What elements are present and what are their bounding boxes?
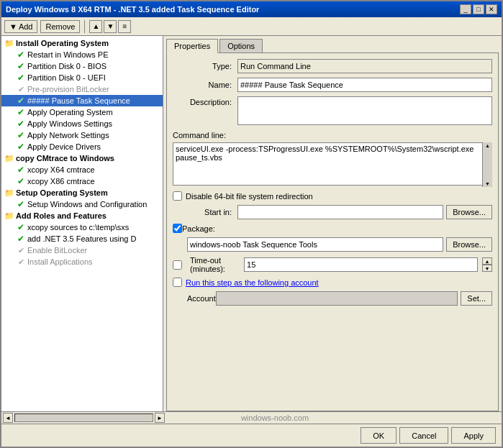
timeout-input[interactable] [244,257,478,272]
expand-icon[interactable]: ≡ [118,20,131,33]
start-in-label: Start in: [173,208,237,216]
toolbar-separator [84,20,85,33]
tree-item-apply-windows[interactable]: ✔ Apply Windows Settings [1,118,163,129]
tree-item-install-os[interactable]: 📁 Install Operating System [1,37,163,49]
check-gray-icon: ✔ [16,245,26,255]
check-icon: ✔ [16,107,26,117]
tree-label-copy-cmtrace: copy CMtrace to Windows [16,154,114,163]
name-input[interactable] [237,78,492,92]
tree-label-xcopy-x64: xcopy X64 cmtrace [27,165,95,174]
check-gray-icon: ✔ [16,84,26,94]
set-button[interactable]: Set... [461,291,492,306]
account-input[interactable] [216,291,458,306]
command-input[interactable] [173,142,492,186]
description-control [237,96,492,127]
tree-item-apply-drivers[interactable]: ✔ Apply Device Drivers [1,141,163,152]
tree-item-add-net35[interactable]: ✔ add .NET 3.5 Features using D [1,233,163,244]
check-gray-icon: ✔ [16,257,26,267]
tree-label-apply-os: Apply Operating System [27,108,113,116]
tree-label-xcopy-sources: xcopy sources to c:\temp\sxs [27,223,129,232]
left-panel: 📁 Install Operating System ✔ Restart in … [1,36,163,411]
add-icon: ▼ [9,22,17,31]
tree-item-copy-cmtrace[interactable]: 📁 copy CMtrace to Windows [1,152,163,164]
tree-label-xcopy-x86: xcopy X86 cmtrace [27,177,95,186]
tree-label-partition-bios: Partition Disk 0 - BIOS [27,62,107,70]
tree-item-setup-windows[interactable]: ✔ Setup Windows and Configuration [1,198,163,210]
spinner-down-button[interactable]: ▼ [482,265,492,272]
run-as-row: Run this step as the following account [173,278,492,287]
start-in-input[interactable] [237,205,443,219]
description-input[interactable] [237,96,492,125]
tree-item-partition-uefi[interactable]: ✔ Partition Disk 0 - UEFI [1,72,163,83]
apply-button[interactable]: Apply [451,427,496,444]
tree-item-xcopy-x64[interactable]: ✔ xcopy X64 cmtrace [1,164,163,175]
close-button[interactable]: ✕ [486,4,497,14]
package-input-row: Browse... [173,237,492,252]
type-control [237,59,492,73]
tree-item-xcopy-x86[interactable]: ✔ xcopy X86 cmtrace [1,175,163,187]
tab-options[interactable]: Options [219,39,263,52]
minimize-button[interactable]: _ [460,4,471,14]
check-icon: ✔ [16,73,26,83]
name-row: Name: [173,78,492,92]
check-icon: ✔ [16,199,26,209]
run-as-label: Run this step as the following account [186,278,319,287]
browse-start-in-button[interactable]: Browse... [446,205,492,219]
horizontal-scrollbar[interactable] [14,413,153,422]
tree-label-apply-network: Apply Network Settings [27,131,109,140]
package-checkbox[interactable] [173,224,182,233]
maximize-button[interactable]: □ [473,4,484,14]
check-icon: ✔ [16,222,26,232]
command-wrapper: ▲ ▼ [173,142,492,187]
move-up-icon[interactable]: ▲ [89,20,102,33]
check-icon: ✔ [16,119,26,129]
check-icon: ✔ [16,50,26,60]
run-as-checkbox[interactable] [173,278,182,287]
cancel-button[interactable]: Cancel [399,427,448,444]
type-label: Type: [173,62,237,70]
tree-item-pre-provision[interactable]: ✔ Pre-provision BitLocker [1,83,163,95]
package-input[interactable] [187,237,443,252]
tabs: Properties Options [163,36,502,52]
title-bar: Deploy Windows 8 X64 RTM - .NET 3.5 adde… [1,1,502,17]
tree-item-setup-os[interactable]: 📁 Setup Operating System [1,187,163,198]
tree-item-restart-pe[interactable]: ✔ Restart in Windows PE [1,49,163,60]
tree-item-pause-task[interactable]: ✔ ##### Pause Task Sequence [1,95,163,106]
watermark: windows-noob.com [165,413,385,422]
dialog-buttons: OK Cancel Apply [1,424,502,447]
tree-item-partition-bios[interactable]: ✔ Partition Disk 0 - BIOS [1,60,163,72]
tree-item-apply-os[interactable]: ✔ Apply Operating System [1,106,163,118]
move-down-icon[interactable]: ▼ [104,20,117,33]
browse-package-button[interactable]: Browse... [446,237,492,252]
account-label: Account: [173,294,216,303]
window-controls: _ □ ✕ [460,4,497,14]
tree-label-partition-uefi: Partition Disk 0 - UEFI [27,73,106,82]
spinner-up-button[interactable]: ▲ [482,257,492,265]
tree-item-enable-bitlocker[interactable]: ✔ Enable BitLocker [1,244,163,256]
type-input[interactable] [237,59,492,73]
main-content: 📁 Install Operating System ✔ Restart in … [1,36,502,411]
tree-item-add-roles[interactable]: 📁 Add Roles and Features [1,210,163,221]
ok-button[interactable]: OK [361,427,396,444]
scroll-down-icon: ▼ [485,181,490,186]
tree-label-apply-drivers: Apply Device Drivers [27,142,101,151]
scroll-left-button[interactable]: ◄ [3,413,13,423]
scroll-right-button[interactable]: ► [155,413,165,423]
package-label: Package: [182,224,215,233]
bottom-area: ◄ ► windows-noob.com OK Cancel Apply [1,411,502,447]
tree-item-install-apps[interactable]: ✔ Install Applications [1,256,163,268]
timeout-checkbox[interactable] [173,260,182,270]
tree-item-xcopy-sources[interactable]: ✔ xcopy sources to c:\temp\sxs [1,221,163,233]
start-in-control: Browse... [237,205,492,219]
textarea-scrollbar: ▲ ▼ [482,142,492,187]
check-icon: ✔ [16,165,26,175]
description-row: Description: [173,96,492,127]
name-label: Name: [173,81,237,89]
check-icon: ✔ [16,96,26,106]
check-icon: ✔ [16,130,26,140]
remove-button[interactable]: Remove [40,20,80,33]
tree-item-apply-network[interactable]: ✔ Apply Network Settings [1,129,163,141]
disable64-checkbox[interactable] [173,191,182,201]
tab-properties[interactable]: Properties [166,39,218,53]
add-button[interactable]: ▼ Add [4,20,37,33]
